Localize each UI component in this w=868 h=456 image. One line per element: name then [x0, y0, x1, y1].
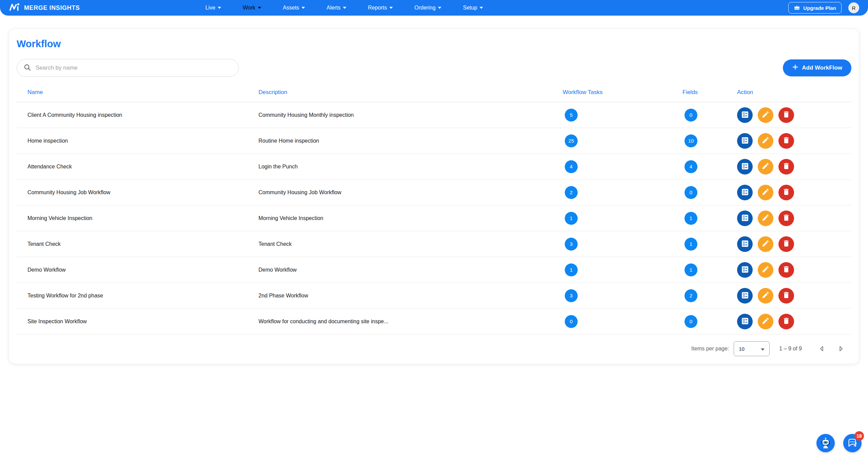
column-header-action: Action	[737, 85, 851, 102]
pencil-icon	[761, 291, 770, 300]
workflow-description: Community Housing Job Workflow	[258, 180, 563, 205]
nav-item-label: Reports	[368, 5, 387, 11]
plus-icon	[792, 64, 798, 72]
edit-button[interactable]	[758, 236, 773, 252]
table-row: Client A Community Housing inspection Co…	[17, 102, 851, 128]
edit-button[interactable]	[758, 133, 773, 149]
items-per-page-label: Items per page:	[691, 346, 729, 352]
edit-button[interactable]	[758, 211, 773, 226]
edit-button[interactable]	[758, 288, 773, 304]
column-header-workflow-tasks[interactable]: Workflow Tasks	[563, 85, 682, 102]
ballot-list-icon	[741, 110, 749, 120]
floating-buttons: 18	[816, 434, 862, 452]
robot-icon	[819, 437, 832, 450]
search-input[interactable]	[36, 65, 232, 71]
table-header-row: Name Description Workflow Tasks Fields A…	[17, 85, 851, 102]
edit-button[interactable]	[758, 107, 773, 123]
chevron-down-icon	[343, 7, 346, 9]
chat-unread-badge: 18	[854, 431, 864, 441]
delete-button[interactable]	[778, 159, 794, 175]
nav-item-ordering[interactable]: Ordering	[414, 5, 441, 11]
workflow-name: Testing Workflow for 2nd phase	[17, 283, 258, 309]
column-header-description[interactable]: Description	[258, 85, 563, 102]
nav-item-assets[interactable]: Assets	[283, 5, 305, 11]
nav-item-reports[interactable]: Reports	[368, 5, 393, 11]
nav-item-alerts[interactable]: Alerts	[327, 5, 346, 11]
view-details-button[interactable]	[737, 314, 753, 329]
ballot-list-icon	[741, 317, 749, 326]
tasks-count-badge: 2	[565, 186, 578, 199]
delete-button[interactable]	[778, 236, 794, 252]
view-details-button[interactable]	[737, 211, 753, 226]
chat-fab-wrap: 18	[843, 434, 862, 452]
top-navbar: MERGE INSIGHTS Live Work Assets Alerts R…	[0, 0, 868, 16]
ballot-list-icon	[741, 265, 749, 275]
tasks-count-badge: 4	[565, 160, 578, 173]
nav-item-live[interactable]: Live	[205, 5, 221, 11]
view-details-button[interactable]	[737, 288, 753, 304]
pencil-icon	[761, 110, 770, 120]
workflow-name: Community Housing Job Workflow	[17, 180, 258, 205]
pencil-icon	[761, 188, 770, 197]
delete-button[interactable]	[778, 314, 794, 329]
items-per-page-select[interactable]: 10	[734, 341, 770, 356]
trash-icon	[782, 265, 790, 274]
trash-icon	[782, 239, 790, 249]
add-workflow-button[interactable]: Add WorkFlow	[783, 59, 851, 76]
workflow-description: Routine Home inspection	[258, 128, 563, 154]
view-details-button[interactable]	[737, 133, 753, 149]
edit-button[interactable]	[758, 314, 773, 329]
fields-count-badge: 1	[684, 238, 697, 251]
delete-button[interactable]	[778, 185, 794, 200]
previous-page-button[interactable]	[816, 343, 828, 354]
chatbot-fab[interactable]	[816, 434, 835, 452]
workflow-description: Login the Punch	[258, 154, 563, 180]
page-range-label: 1 – 9 of 9	[779, 346, 802, 352]
view-details-button[interactable]	[737, 159, 753, 175]
tasks-count-badge: 3	[565, 238, 578, 251]
navbar-right: Upgrade Plan R	[788, 2, 859, 14]
chevron-down-icon	[761, 346, 765, 352]
workflow-card: Workflow Add WorkFlow	[9, 29, 859, 364]
main-nav: Live Work Assets Alerts Reports Ordering…	[205, 5, 483, 11]
edit-button[interactable]	[758, 185, 773, 200]
pencil-icon	[761, 136, 770, 145]
view-details-button[interactable]	[737, 185, 753, 200]
trash-icon	[782, 317, 790, 326]
table-row: Tenant Check Tenant Check 3 1	[17, 231, 851, 257]
view-details-button[interactable]	[737, 236, 753, 252]
pencil-icon	[761, 239, 770, 249]
next-page-button[interactable]	[835, 343, 847, 354]
trash-icon	[782, 188, 790, 197]
column-header-fields[interactable]: Fields	[682, 85, 737, 102]
table-row: Demo Workflow Demo Workflow 1 1	[17, 257, 851, 283]
fields-count-badge: 0	[684, 109, 697, 122]
ballot-list-icon	[741, 162, 749, 171]
edit-button[interactable]	[758, 159, 773, 175]
view-details-button[interactable]	[737, 107, 753, 123]
delete-button[interactable]	[778, 133, 794, 149]
tasks-count-badge: 5	[565, 109, 578, 122]
user-avatar[interactable]: R	[848, 2, 859, 13]
table-row: Testing Workflow for 2nd phase 2nd Phase…	[17, 283, 851, 309]
trash-icon	[782, 162, 790, 171]
delete-button[interactable]	[778, 288, 794, 304]
nav-item-work[interactable]: Work	[243, 5, 261, 11]
items-per-page-value: 10	[739, 346, 745, 352]
delete-button[interactable]	[778, 262, 794, 278]
trash-icon	[782, 214, 790, 223]
edit-button[interactable]	[758, 262, 773, 278]
column-header-name[interactable]: Name	[17, 85, 258, 102]
ballot-list-icon	[741, 239, 749, 249]
table-row: Community Housing Job Workflow Community…	[17, 180, 851, 205]
nav-item-setup[interactable]: Setup	[463, 5, 483, 11]
workflow-name: Morning Vehicle Inspection	[17, 205, 258, 231]
fields-count-badge: 10	[684, 134, 697, 147]
tasks-count-badge: 3	[565, 289, 578, 302]
delete-button[interactable]	[778, 211, 794, 226]
view-details-button[interactable]	[737, 262, 753, 278]
delete-button[interactable]	[778, 107, 794, 123]
upgrade-plan-button[interactable]: Upgrade Plan	[788, 2, 842, 14]
fields-count-badge: 1	[684, 212, 697, 225]
pencil-icon	[761, 265, 770, 274]
